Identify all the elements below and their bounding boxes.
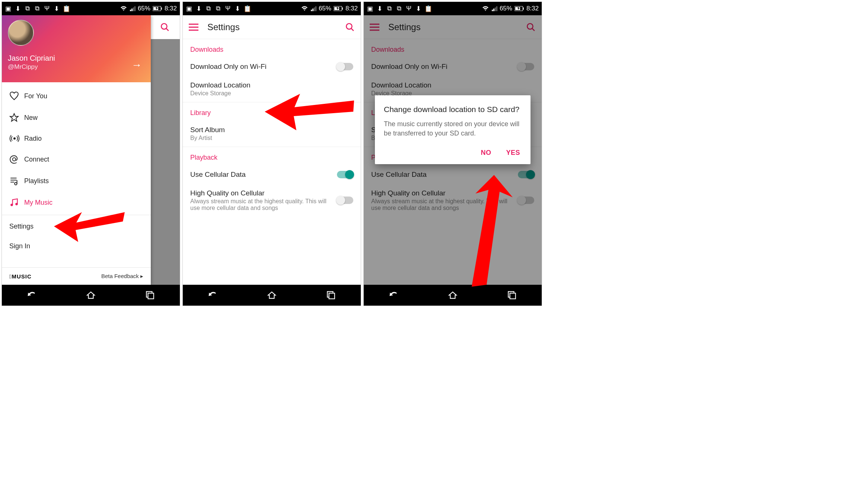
hamburger-icon[interactable] [189, 23, 198, 31]
battery-pct: 65% [319, 5, 331, 12]
system-nav-bar [364, 285, 542, 306]
battery-icon [515, 6, 524, 11]
dev-icon: ⧉ [386, 5, 393, 12]
dialog-message: The music currently stored on your devic… [384, 119, 522, 138]
nav-label: Sign In [9, 242, 30, 250]
app-bar: Settings [183, 15, 361, 39]
svg-rect-40 [523, 7, 524, 10]
recent-button[interactable] [139, 288, 161, 303]
radio-icon [9, 134, 24, 143]
clipboard-icon: 📋 [244, 5, 251, 12]
download-icon-2: ⬇ [53, 5, 60, 12]
nav-drawer: Jason Cipriani @MrCippy → For You New Ra… [2, 15, 151, 285]
back-button[interactable] [201, 288, 224, 303]
download-icon: ⬇ [195, 5, 202, 12]
nav-label: Radio [24, 135, 42, 143]
battery-pct: 65% [500, 5, 512, 12]
home-button[interactable] [442, 288, 464, 303]
nav-radio[interactable]: Radio [2, 128, 151, 149]
nav-label: New [24, 114, 38, 122]
drawer-header[interactable]: Jason Cipriani @MrCippy → [2, 15, 151, 82]
svg-point-17 [15, 203, 18, 205]
setting-sort-album[interactable]: Sort Album By Artist [183, 121, 361, 147]
status-bar: ▣ ⬇ ⧉ ⧉ Ψ ⬇ 📋 65% 8:32 [364, 2, 542, 15]
svg-point-10 [13, 158, 16, 161]
toggle-cellular[interactable] [337, 171, 353, 178]
svg-rect-20 [311, 10, 312, 11]
setting-download-location[interactable]: Download Location Device Storage [183, 76, 361, 102]
dev-icon-2: ⧉ [215, 5, 222, 12]
svg-rect-2 [133, 7, 134, 11]
image-icon: ▣ [5, 5, 12, 12]
recent-button[interactable] [320, 288, 342, 303]
svg-rect-0 [130, 10, 131, 11]
clock: 8:32 [526, 5, 539, 12]
recent-button[interactable] [501, 288, 523, 303]
heart-icon [9, 91, 24, 101]
svg-rect-21 [312, 9, 313, 11]
back-button[interactable] [382, 288, 405, 303]
setting-subtitle: By Artist [190, 135, 353, 141]
search-icon[interactable] [345, 22, 355, 32]
download-icon-2: ⬇ [415, 5, 422, 12]
home-button[interactable] [261, 288, 283, 303]
home-button[interactable] [80, 288, 102, 303]
search-icon[interactable] [160, 22, 170, 32]
setting-download-wifi[interactable]: Download Only on Wi-Fi [183, 57, 361, 76]
nav-my-music[interactable]: My Music [2, 192, 151, 213]
usb-icon: Ψ [405, 5, 412, 12]
usb-icon: Ψ [224, 5, 231, 12]
dialog-no-button[interactable]: NO [479, 146, 493, 160]
svg-rect-36 [495, 7, 496, 11]
dialog-title: Change download location to SD card? [384, 104, 522, 114]
signal-icon [491, 6, 497, 12]
drawer-scrim[interactable] [150, 15, 180, 285]
svg-line-31 [351, 28, 354, 31]
nav-settings[interactable]: Settings [2, 217, 151, 236]
wifi-icon [301, 6, 308, 12]
setting-subtitle: Always stream music at the highest quali… [190, 198, 337, 211]
system-nav-bar [183, 285, 361, 306]
svg-rect-6 [161, 7, 162, 10]
dev-icon: ⧉ [24, 5, 31, 12]
arrow-right-icon[interactable]: → [131, 59, 142, 71]
svg-point-9 [13, 137, 16, 140]
settings-list[interactable]: Downloads Download Only on Wi-Fi Downloa… [183, 39, 361, 285]
image-icon: ▣ [186, 5, 192, 12]
back-button[interactable] [20, 288, 43, 303]
signal-icon [130, 6, 136, 12]
screenshot-2: ▣ ⬇ ⧉ ⧉ Ψ ⬇ 📋 65% 8:32 Settings Download… [182, 1, 361, 306]
svg-point-16 [10, 204, 13, 206]
setting-cellular[interactable]: Use Cellular Data [183, 165, 361, 184]
nav-for-you[interactable]: For You [2, 85, 151, 107]
dev-icon-2: ⧉ [396, 5, 402, 12]
beta-feedback-link[interactable]: Beta Feedback ▸ [101, 273, 143, 280]
clipboard-icon: 📋 [425, 5, 431, 12]
clock: 8:32 [345, 5, 358, 12]
svg-point-30 [346, 23, 352, 29]
system-nav-bar [2, 285, 180, 306]
nav-new[interactable]: New [2, 107, 151, 128]
brand-logo: MUSIC [9, 273, 32, 280]
svg-rect-19 [148, 293, 154, 299]
svg-rect-1 [131, 9, 133, 11]
dev-icon-2: ⧉ [34, 5, 41, 12]
page-title: Settings [207, 22, 345, 32]
nav-playlists[interactable]: Playlists [2, 170, 151, 192]
battery-pct: 65% [138, 5, 150, 12]
nav-label: Settings [9, 223, 34, 230]
svg-rect-33 [329, 293, 335, 299]
wifi-icon [120, 6, 127, 12]
battery-icon [153, 6, 162, 11]
nav-sign-in[interactable]: Sign In [2, 236, 151, 256]
nav-connect[interactable]: Connect [2, 149, 151, 170]
toggle-hq[interactable] [337, 197, 353, 204]
setting-hq-cellular[interactable]: High Quality on Cellular Always stream m… [183, 184, 361, 217]
wifi-icon [482, 6, 489, 12]
svg-rect-22 [314, 7, 315, 11]
dialog-yes-button[interactable]: YES [504, 146, 522, 160]
user-handle: @MrCippy [8, 63, 145, 71]
toggle-wifi-only[interactable] [337, 63, 353, 70]
section-library: Library [183, 102, 361, 121]
nav-label: My Music [24, 199, 52, 207]
